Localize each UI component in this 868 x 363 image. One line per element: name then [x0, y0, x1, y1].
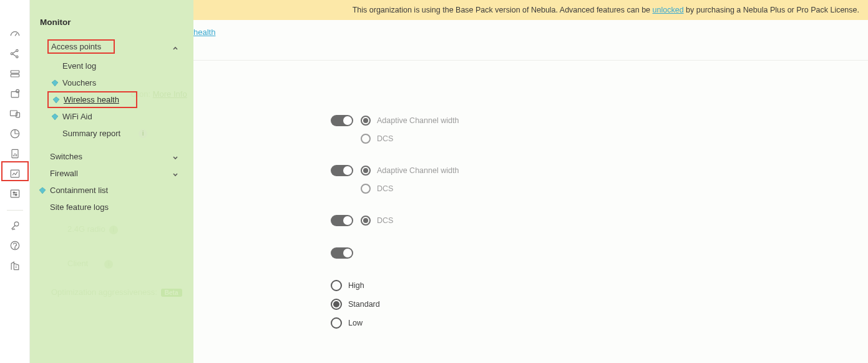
svg-point-17: [14, 248, 15, 249]
nav-devices[interactable]: [5, 64, 25, 84]
help-icon: [9, 239, 21, 252]
label-adaptive-1: Adaptive Channel width: [377, 116, 459, 125]
monitor-submenu: Monitor Access points Event log Vouchers…: [30, 0, 193, 363]
setting-row-1b: DCS: [361, 134, 856, 144]
svg-rect-4: [11, 74, 19, 77]
svg-point-6: [16, 89, 19, 92]
label-adaptive-2: Adaptive Channel width: [377, 166, 459, 175]
menu-title: Monitor: [39, 17, 181, 27]
label-dcs-1: DCS: [377, 134, 393, 143]
chevron-down-icon: [172, 154, 178, 160]
setting-row-4: [331, 247, 856, 259]
gauge-icon: [9, 27, 21, 40]
label-low: Low: [348, 319, 363, 327]
radio-low[interactable]: [331, 317, 342, 329]
share-icon: [9, 47, 21, 60]
menu-containment[interactable]: Containment list: [39, 182, 181, 199]
label-standard: Standard: [348, 300, 380, 309]
setting-row-1: Adaptive Channel width: [331, 115, 856, 126]
devices-icon: [9, 107, 21, 120]
menu-access-points[interactable]: Access points: [39, 36, 181, 57]
aggr-standard-row: Standard: [331, 299, 856, 310]
diamond-icon: [51, 79, 59, 87]
radio-dcs-3[interactable]: [361, 216, 371, 226]
svg-point-1: [16, 49, 17, 51]
menu-firewall[interactable]: Firewall: [39, 165, 181, 182]
sliders-icon: [9, 187, 21, 200]
label-dcs-3: DCS: [377, 216, 393, 225]
svg-rect-3: [11, 71, 19, 73]
nav-dashboard[interactable]: [5, 24, 25, 44]
svg-marker-21: [39, 187, 46, 194]
menu-wireless-health[interactable]: Wireless health: [47, 91, 137, 108]
nav-help[interactable]: [5, 236, 25, 256]
label-high: High: [348, 281, 364, 290]
nav-map[interactable]: [5, 84, 25, 104]
aggr-low-row: Low: [331, 317, 856, 329]
radio-dcs-2[interactable]: [361, 184, 371, 194]
aggr-high-row: High: [331, 280, 856, 291]
nav-org[interactable]: [5, 256, 25, 276]
radio-dcs-1[interactable]: [361, 134, 371, 144]
setting-row-2: Adaptive Channel width: [331, 165, 856, 176]
rail-divider: [7, 210, 23, 211]
key-icon: [9, 219, 21, 232]
radio-high[interactable]: [331, 280, 342, 291]
banner-text: This organization is using the Base Pack…: [353, 6, 859, 14]
nav-rail: [0, 0, 30, 363]
line-chart-icon: [9, 167, 21, 180]
breadcrumb-tail[interactable]: health: [193, 27, 215, 37]
svg-point-0: [11, 52, 12, 54]
main-divider: [193, 60, 868, 68]
toggle-3[interactable]: [331, 215, 353, 226]
nav-configure[interactable]: [5, 184, 25, 204]
license-banner: This organization is using the Base Pack…: [193, 0, 868, 20]
toggle-2[interactable]: [331, 165, 353, 176]
menu-wifi-aid[interactable]: WiFi Aid: [39, 108, 181, 125]
nav-reports[interactable]: [5, 144, 25, 164]
svg-point-15: [14, 222, 19, 226]
radio-adaptive-1[interactable]: [361, 116, 371, 126]
pie-icon: [9, 127, 21, 140]
map-pin-icon: [9, 87, 21, 100]
svg-point-13: [13, 192, 14, 194]
nav-topology[interactable]: [5, 44, 25, 64]
toggle-1[interactable]: [331, 115, 353, 126]
menu-event-log[interactable]: Event log: [39, 57, 181, 74]
nav-clients[interactable]: [5, 104, 25, 124]
nav-license[interactable]: [5, 216, 25, 236]
setting-row-2b: DCS: [361, 184, 856, 194]
svg-marker-19: [53, 97, 59, 103]
diamond-icon: [52, 96, 60, 104]
svg-point-2: [16, 56, 17, 57]
menu-site-feature-logs[interactable]: Site feature logs: [39, 199, 181, 216]
svg-marker-20: [52, 114, 58, 120]
banner-unlock-link[interactable]: unlocked: [653, 6, 684, 14]
chevron-up-icon: [172, 44, 178, 50]
radio-adaptive-2[interactable]: [361, 166, 371, 176]
svg-point-14: [15, 194, 17, 196]
menu-summary-report[interactable]: Summary report i: [39, 125, 181, 142]
settings-column: Adaptive Channel width DCS Adaptive Chan…: [331, 115, 856, 336]
diamond-icon: [39, 187, 46, 194]
toggle-4[interactable]: [331, 247, 353, 259]
setting-row-3: DCS: [331, 215, 856, 226]
diamond-icon: [51, 113, 59, 121]
svg-rect-8: [16, 112, 19, 117]
server-icon: [9, 67, 21, 80]
menu-vouchers[interactable]: Vouchers: [39, 74, 181, 91]
nav-applications[interactable]: [5, 124, 25, 144]
nav-monitor[interactable]: [5, 164, 25, 184]
building-icon: [9, 259, 21, 272]
svg-rect-12: [11, 190, 19, 197]
label-dcs-2: DCS: [377, 184, 393, 193]
chevron-down-icon: [172, 171, 178, 177]
info-icon: i: [139, 129, 147, 138]
svg-marker-18: [52, 80, 58, 86]
report-icon: [9, 147, 21, 160]
radio-standard[interactable]: [331, 299, 342, 310]
svg-rect-11: [11, 170, 19, 177]
menu-switches[interactable]: Switches: [39, 148, 181, 165]
